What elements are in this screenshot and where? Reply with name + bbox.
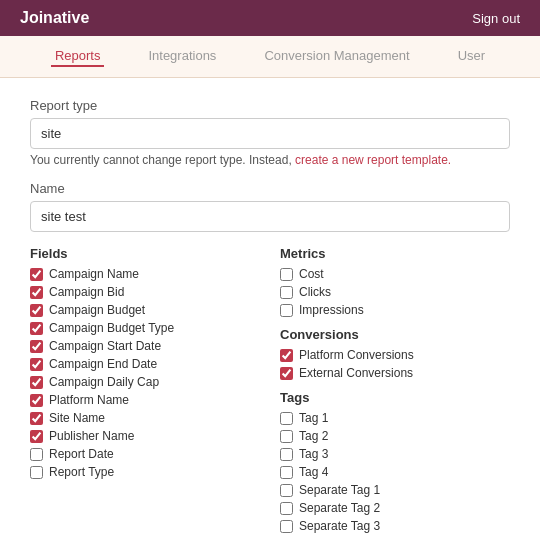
- list-item: Campaign Budget: [30, 303, 260, 317]
- nav-user[interactable]: User: [454, 46, 489, 67]
- list-item: Site Name: [30, 411, 260, 425]
- list-item: Campaign Bid: [30, 285, 260, 299]
- list-item: Tag 2: [280, 429, 510, 443]
- field-campaign-end-date-checkbox[interactable]: [30, 358, 43, 371]
- list-item: Cost: [280, 267, 510, 281]
- tag-4-checkbox[interactable]: [280, 466, 293, 479]
- nav-conversion-management[interactable]: Conversion Management: [260, 46, 413, 67]
- report-type-label: Report type: [30, 98, 510, 113]
- tags-title: Tags: [280, 390, 510, 405]
- metric-impressions-checkbox[interactable]: [280, 304, 293, 317]
- sign-out-button[interactable]: Sign out: [472, 11, 520, 26]
- field-campaign-start-date-checkbox[interactable]: [30, 340, 43, 353]
- metrics-title: Metrics: [280, 246, 510, 261]
- list-item: Clicks: [280, 285, 510, 299]
- field-campaign-budget-type-checkbox[interactable]: [30, 322, 43, 335]
- field-report-type-checkbox[interactable]: [30, 466, 43, 479]
- list-item: Platform Name: [30, 393, 260, 407]
- create-template-link[interactable]: create a new report template.: [295, 153, 451, 167]
- field-campaign-daily-cap-checkbox[interactable]: [30, 376, 43, 389]
- report-type-group: Report type You currently cannot change …: [30, 98, 510, 167]
- conversion-platform-checkbox[interactable]: [280, 349, 293, 362]
- list-item: Campaign Start Date: [30, 339, 260, 353]
- field-site-name-checkbox[interactable]: [30, 412, 43, 425]
- list-item: Tag 3: [280, 447, 510, 461]
- list-item: Campaign Budget Type: [30, 321, 260, 335]
- name-input[interactable]: [30, 201, 510, 232]
- hint-text: You currently cannot change report type.…: [30, 153, 510, 167]
- metrics-column: Metrics Cost Clicks Impressions Conversi…: [280, 246, 510, 537]
- metric-clicks-checkbox[interactable]: [280, 286, 293, 299]
- field-campaign-budget-checkbox[interactable]: [30, 304, 43, 317]
- nav-integrations[interactable]: Integrations: [144, 46, 220, 67]
- nav-bar: Reports Integrations Conversion Manageme…: [0, 36, 540, 78]
- field-publisher-name-checkbox[interactable]: [30, 430, 43, 443]
- list-item: Impressions: [280, 303, 510, 317]
- conversions-title: Conversions: [280, 327, 510, 342]
- list-item: Platform Conversions: [280, 348, 510, 362]
- separate-tag-1-checkbox[interactable]: [280, 484, 293, 497]
- list-item: Tag 1: [280, 411, 510, 425]
- metric-cost-checkbox[interactable]: [280, 268, 293, 281]
- list-item: Separate Tag 2: [280, 501, 510, 515]
- list-item: Campaign Name: [30, 267, 260, 281]
- list-item: Separate Tag 3: [280, 519, 510, 533]
- main-content: Report type You currently cannot change …: [0, 78, 540, 549]
- field-campaign-name-checkbox[interactable]: [30, 268, 43, 281]
- name-label: Name: [30, 181, 510, 196]
- field-campaign-bid-checkbox[interactable]: [30, 286, 43, 299]
- tag-2-checkbox[interactable]: [280, 430, 293, 443]
- conversion-external-checkbox[interactable]: [280, 367, 293, 380]
- app-header: Joinative Sign out: [0, 0, 540, 36]
- field-platform-name-checkbox[interactable]: [30, 394, 43, 407]
- fields-title: Fields: [30, 246, 260, 261]
- list-item: Tag 4: [280, 465, 510, 479]
- tag-1-checkbox[interactable]: [280, 412, 293, 425]
- app-logo: Joinative: [20, 9, 89, 27]
- tag-3-checkbox[interactable]: [280, 448, 293, 461]
- list-item: Publisher Name: [30, 429, 260, 443]
- nav-reports[interactable]: Reports: [51, 46, 105, 67]
- list-item: Campaign Daily Cap: [30, 375, 260, 389]
- fields-column: Fields Campaign Name Campaign Bid Campai…: [30, 246, 260, 537]
- fields-section: Fields Campaign Name Campaign Bid Campai…: [30, 246, 510, 537]
- report-type-input[interactable]: [30, 118, 510, 149]
- list-item: Campaign End Date: [30, 357, 260, 371]
- list-item: Report Date: [30, 447, 260, 461]
- separate-tag-3-checkbox[interactable]: [280, 520, 293, 533]
- list-item: External Conversions: [280, 366, 510, 380]
- list-item: Report Type: [30, 465, 260, 479]
- name-group: Name: [30, 181, 510, 232]
- separate-tag-2-checkbox[interactable]: [280, 502, 293, 515]
- list-item: Separate Tag 1: [280, 483, 510, 497]
- field-report-date-checkbox[interactable]: [30, 448, 43, 461]
